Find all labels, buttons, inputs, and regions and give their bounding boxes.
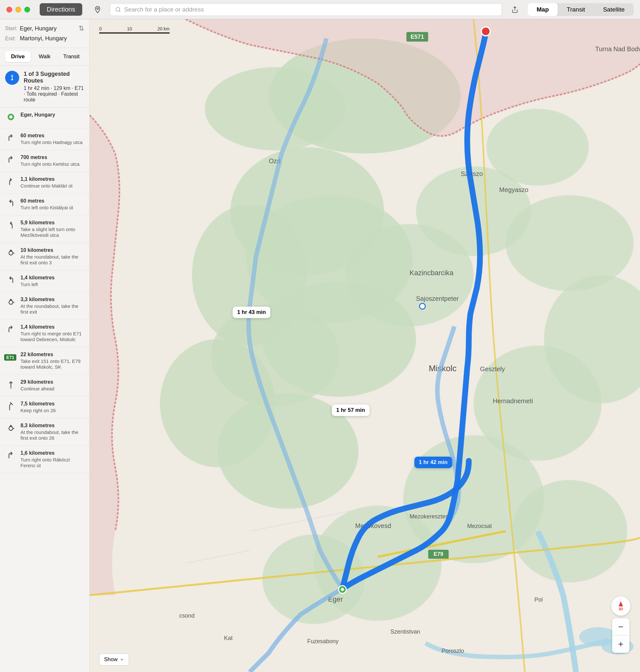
time-bubble-selected[interactable]: 1 hr 42 min — [414, 457, 452, 468]
step-text: 8,3 kilometres At the roundabout, take t… — [20, 423, 84, 441]
turn-right-icon — [5, 155, 17, 166]
step-item: 1,4 kilometres Turn right to merge onto … — [0, 320, 89, 347]
step-text: 29 kilometres Continue ahead — [20, 379, 54, 392]
share-button[interactable] — [508, 3, 521, 16]
scale-0: 0 — [99, 26, 102, 31]
scale-20: 20 km — [157, 26, 170, 31]
tab-transit[interactable]: Transit — [59, 51, 84, 62]
svg-point-4 — [9, 115, 13, 118]
svg-text:Szentistvan: Szentistvan — [390, 628, 420, 635]
close-button[interactable] — [6, 7, 12, 13]
swap-button[interactable]: ⇅ — [78, 24, 84, 33]
map-view-tabs: Map Transit Satellite — [528, 3, 634, 16]
svg-point-57 — [420, 303, 425, 309]
roundabout-icon — [5, 423, 17, 434]
svg-text:csond: csond — [179, 613, 194, 619]
step-text: 1,4 kilometres Turn right to merge onto … — [20, 324, 84, 342]
svg-point-54 — [481, 27, 490, 36]
svg-text:Turna Nad Bodvou: Turna Nad Bodvou — [595, 45, 640, 53]
search-icon — [115, 7, 121, 13]
zoom-out-button[interactable]: − — [612, 618, 629, 636]
map-background: Eger Mezokovesd Mezokeresztes Mezocsat F… — [90, 19, 640, 672]
chevron-down-icon — [120, 657, 124, 662]
svg-text:E79: E79 — [434, 551, 443, 557]
step-text: 22 kilometres Take exit 151 onto E71, E7… — [20, 352, 84, 370]
sidebar: Start: Eger, Hungary ⇅ End: Martonyi, Hu… — [0, 19, 90, 672]
turn-right-icon — [5, 133, 17, 144]
compass-button[interactable]: 3D — [611, 597, 630, 616]
show-dropdown[interactable]: Show — [99, 654, 129, 666]
main-layout: Start: Eger, Hungary ⇅ End: Martonyi, Hu… — [0, 19, 640, 672]
turn-right-icon — [5, 324, 17, 336]
turn-right-icon — [5, 450, 17, 462]
step-text: 1,4 kilometres Turn left — [20, 275, 55, 287]
roundabout-icon — [5, 297, 17, 308]
svg-text:Megyaszo: Megyaszo — [499, 186, 528, 193]
end-value: Martonyi, Hungary — [20, 35, 67, 42]
svg-text:Pol: Pol — [534, 597, 543, 603]
map-area[interactable]: Eger Mezokovesd Mezokeresztes Mezocsat F… — [90, 19, 640, 672]
svg-text:Hernadnemeti: Hernadnemeti — [493, 397, 533, 405]
turn-left-icon — [5, 198, 17, 209]
step-text: 1,6 kilometres Turn right onto Rákóczi F… — [20, 450, 84, 468]
svg-point-26 — [512, 480, 627, 582]
titlebar: Directions Search for a place or address… — [0, 0, 640, 19]
steps-list: 60 metres Turn right onto Hadnagy utca 7… — [0, 128, 89, 473]
step-text: 700 metres Turn right onto Kertész utca — [20, 155, 80, 167]
svg-text:Sajoszentpeter: Sajoszentpeter — [416, 295, 459, 302]
svg-text:Kat: Kat — [224, 635, 233, 641]
step-item: 60 metres Turn left onto Kistályai út — [0, 194, 89, 215]
step-text: 1,1 kilometres Continue onto Maklári út — [20, 176, 73, 189]
svg-text:Fuzesabony: Fuzesabony — [307, 638, 338, 644]
tab-satellite[interactable]: Satellite — [594, 3, 634, 16]
minimize-button[interactable] — [15, 7, 21, 13]
time-bubble-1[interactable]: 1 hr 43 min — [233, 307, 271, 318]
e71-icon: E71 — [5, 352, 17, 363]
origin-text: Eger, Hungary — [20, 112, 55, 119]
route-summary-details: 1 hr 42 min · 129 km · E71 · Tolls requi… — [24, 85, 84, 103]
origin-item: Eger, Hungary — [0, 107, 89, 128]
svg-text:Mezokeresztes: Mezokeresztes — [410, 513, 448, 520]
directions-button[interactable]: Directions — [40, 3, 82, 16]
scale-bar — [99, 32, 170, 33]
tab-transit[interactable]: Transit — [558, 3, 594, 16]
step-item: 3,3 kilometres At the roundabout, take t… — [0, 292, 89, 320]
svg-point-21 — [486, 109, 589, 186]
tab-walk[interactable]: Walk — [32, 51, 58, 62]
zoom-in-button[interactable]: + — [612, 636, 629, 653]
map-controls: 3D − + — [611, 597, 630, 653]
straight-icon — [5, 379, 17, 391]
scale-10: 10 — [127, 26, 132, 31]
origin-icon — [5, 112, 17, 123]
compass-north-indicator — [619, 601, 623, 607]
location-icon[interactable] — [92, 4, 103, 15]
start-row: Start: Eger, Hungary ⇅ — [5, 24, 84, 33]
step-text: 10 kilometres At the roundabout, take th… — [20, 247, 84, 266]
maximize-button[interactable] — [24, 7, 30, 13]
tab-map[interactable]: Map — [528, 3, 558, 16]
svg-point-28 — [262, 535, 365, 624]
svg-point-56 — [341, 588, 344, 591]
time-bubble-2[interactable]: 1 hr 57 min — [332, 405, 369, 416]
svg-text:Mezocsat: Mezocsat — [467, 523, 492, 529]
step-item: 1,1 kilometres Continue onto Maklári út — [0, 172, 89, 194]
tab-drive[interactable]: Drive — [5, 51, 31, 62]
step-item: 29 kilometres Continue ahead — [0, 375, 89, 396]
step-text: 3,3 kilometres At the roundabout, take t… — [20, 297, 84, 315]
svg-text:Kazincbarcika: Kazincbarcika — [410, 269, 454, 277]
svg-point-5 — [9, 251, 13, 255]
slight-right-icon — [5, 176, 17, 188]
route-summary-text: 1 of 3 Suggested Routes 1 hr 42 min · 12… — [24, 71, 84, 103]
step-item: 60 metres Turn right onto Hadnagy utca — [0, 128, 89, 150]
turn-left-icon — [5, 275, 17, 287]
traffic-lights — [6, 7, 30, 13]
origin-name: Eger, Hungary — [20, 112, 55, 118]
step-item: 8,3 kilometres At the roundabout, take t… — [0, 418, 89, 446]
step-item: 7,5 kilometres Keep right on 26 — [0, 396, 89, 418]
step-text: 60 metres Turn right onto Hadnagy utca — [20, 133, 83, 145]
search-bar[interactable]: Search for a place or address — [110, 3, 502, 16]
step-text: 5,9 kilometres Take a slight left turn o… — [20, 220, 84, 238]
start-label: Start: — [5, 26, 20, 31]
step-item: 5,9 kilometres Take a slight left turn o… — [0, 215, 89, 243]
svg-point-0 — [97, 8, 98, 9]
